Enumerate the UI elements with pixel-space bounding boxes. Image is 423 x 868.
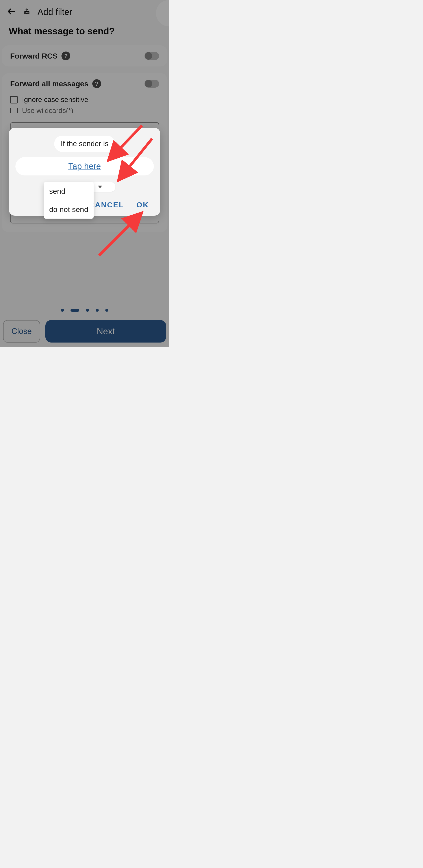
tap-here-link[interactable]: Tap here — [68, 162, 101, 171]
sender-input-pill[interactable]: Tap here — [16, 157, 154, 176]
menu-item-send[interactable]: send — [44, 182, 94, 200]
cancel-button[interactable]: CANCEL — [89, 200, 124, 209]
condition-pill[interactable]: If the sender is — [54, 135, 115, 152]
chevron-down-icon — [98, 186, 102, 188]
filter-dialog: If the sender is Tap here send do not se… — [9, 128, 160, 216]
action-dropdown-menu: send do not send — [44, 182, 94, 219]
ok-button[interactable]: OK — [136, 200, 149, 209]
screen-root: SMS Add filter What message to send? For… — [0, 0, 169, 347]
menu-item-do-not-send[interactable]: do not send — [44, 200, 94, 219]
